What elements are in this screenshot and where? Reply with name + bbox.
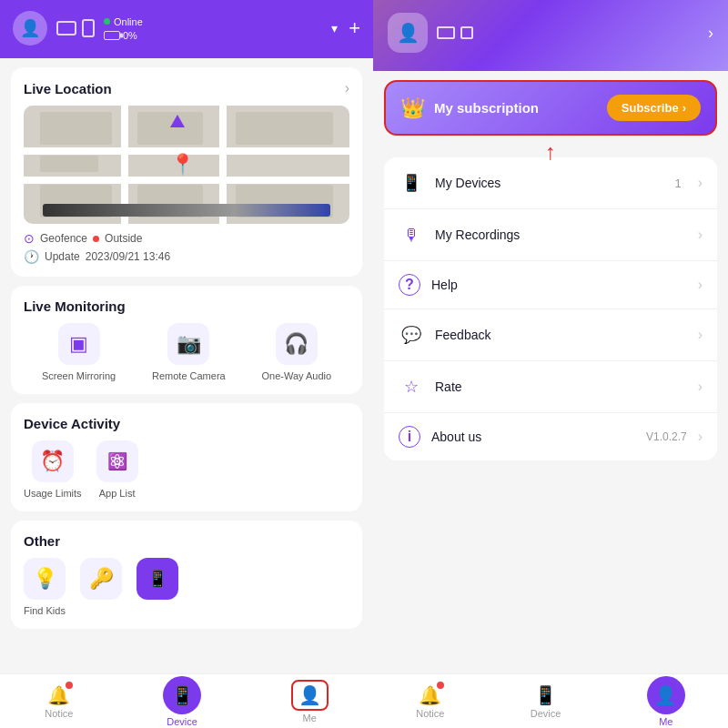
find-kids-label: Find Kids [24,605,66,616]
recordings-chevron: › [698,227,703,243]
usage-limits-icon: ⏰ [32,440,74,482]
menu-item-recordings[interactable]: 🎙 My Recordings › [384,209,717,261]
right-nav-notice[interactable]: 🔔 Notice [416,684,444,719]
help-label: Help [431,278,687,292]
bottom-nav-left: 🔔 Notice 📱 Device 👤 Me [0,673,373,728]
help-chevron: › [698,277,703,293]
map-pin: 📍 [170,153,195,177]
screen-mirroring-item[interactable]: ▣ Screen Mirroring [42,323,116,381]
feedback-icon: 💬 [399,322,424,348]
outside-dot [93,236,99,242]
device-icons [56,19,95,37]
find-kids-icon: 💡 [24,558,66,600]
header-right: ▾ + [331,16,360,40]
right-nav-device[interactable]: 📱 Device [531,684,561,719]
live-monitoring-header: Live Monitoring [24,298,349,314]
subscription-card: 👑 My subscription Subscribe › [384,80,717,136]
recordings-icon: 🎙 [399,222,424,248]
left-header: 👤 Online 0% ▾ + [0,0,373,58]
subscribe-chevron: › [682,101,686,115]
right-device-icons [437,26,473,39]
update-label: Update [45,250,80,263]
color-bar [43,204,329,217]
phone-icon [82,19,95,37]
subscribe-button[interactable]: Subscribe › [607,95,701,121]
one-way-audio-item[interactable]: 🎧 One-Way Audio [261,323,331,381]
right-panel: 👤 › 👑 My subscription Subscribe › ↑ 📱 [373,0,728,728]
feedback-label: Feedback [435,328,687,342]
devices-icon: 📱 [399,170,424,196]
nav-me[interactable]: 👤 Me [291,680,329,723]
right-content: 👑 My subscription Subscribe › ↑ 📱 My Dev… [373,71,728,673]
geofence-icon: ⊙ [24,231,35,246]
about-label: About us [431,430,635,444]
right-header-chevron[interactable]: › [708,24,713,43]
remote-camera-item[interactable]: 📷 Remote Camera [152,323,226,381]
one-way-audio-icon: 🎧 [276,323,318,365]
update-time: 2023/09/21 13:46 [86,250,170,263]
dropdown-icon[interactable]: ▾ [331,21,338,35]
online-badge: Online [104,16,143,27]
monitor-grid: ▣ Screen Mirroring 📷 Remote Camera 🎧 One… [24,323,349,381]
device-active-icon: 📱 [163,676,201,714]
live-location-card: Live Location › 📍 [11,67,362,277]
me-label: Me [303,713,317,723]
map-street [24,177,349,184]
menu-item-about[interactable]: i About us V1.0.2.7 › [384,413,717,460]
live-monitoring-card: Live Monitoring ▣ Screen Mirroring 📷 Rem… [11,286,362,394]
menu-item-devices[interactable]: 📱 My Devices 1 › [384,157,717,209]
remote-camera-icon: 📷 [167,323,209,365]
activity-grid: ⏰ Usage Limits ⚛️ App List [24,440,349,499]
map-background: 📍 [24,106,349,224]
device-activity-header: Device Activity [24,416,349,431]
menu-item-rate[interactable]: ☆ Rate › [384,361,717,413]
bottom-nav-right: 🔔 Notice 📱 Device 👤 Me [373,673,728,728]
menu-item-help[interactable]: ? Help › [384,261,717,309]
other-item-2[interactable]: 🔑 [80,558,122,616]
left-content: Live Location › 📍 [0,58,373,673]
rate-icon: ☆ [399,374,424,399]
feedback-chevron: › [698,327,703,343]
other-item-3[interactable]: 📱 [136,558,178,616]
right-me-active-icon: 👤 [647,676,685,714]
right-notice-badge [437,682,444,689]
right-nav-me[interactable]: 👤 Me [647,676,685,727]
screen-mirroring-label: Screen Mirroring [42,370,116,381]
remote-camera-label: Remote Camera [152,370,226,381]
help-icon: ? [399,274,420,296]
other-title: Other [24,533,60,549]
nav-notice[interactable]: 🔔 Notice [45,684,73,719]
find-kids-item[interactable]: 💡 Find Kids [24,558,66,616]
add-button[interactable]: + [349,16,360,40]
other-icon-2: 🔑 [80,558,122,600]
app-list-label: App List [99,488,136,499]
me-highlight-box: 👤 [291,680,329,711]
live-location-chevron[interactable]: › [345,80,349,96]
clock-icon: 🕐 [24,249,39,264]
notice-icon-wrapper: 🔔 [47,684,70,706]
geofence-label: Geofence [40,232,87,245]
about-version: V1.0.2.7 [646,430,687,443]
location-triangle [170,115,185,127]
crown-icon: 👑 [400,96,425,120]
nav-device-active[interactable]: 📱 Device [163,676,201,727]
usage-limits-item[interactable]: ⏰ Usage Limits [24,440,82,499]
subscription-title: My subscription [434,100,539,116]
other-icon-3: 📱 [136,558,178,600]
one-way-audio-label: One-Way Audio [261,370,331,381]
other-card: Other 💡 Find Kids 🔑 📱 [11,521,362,629]
map-area: 📍 [24,106,349,224]
app-list-icon: ⚛️ [96,440,138,482]
about-icon: i [399,426,420,448]
app-list-item[interactable]: ⚛️ App List [96,440,138,499]
geofence-row: ⊙ Geofence Outside [24,231,349,246]
update-row: 🕐 Update 2023/09/21 13:46 [24,249,349,264]
device-activity-title: Device Activity [24,416,120,431]
menu-item-feedback[interactable]: 💬 Feedback › [384,309,717,361]
live-location-title: Live Location [24,81,112,96]
right-tablet-icon [437,26,455,39]
right-avatar: 👤 [388,13,428,53]
right-notice-wrapper: 🔔 [419,684,441,706]
right-phone-icon [460,26,473,39]
menu-list: 📱 My Devices 1 › 🎙 My Recordings › ? Hel… [384,157,717,460]
